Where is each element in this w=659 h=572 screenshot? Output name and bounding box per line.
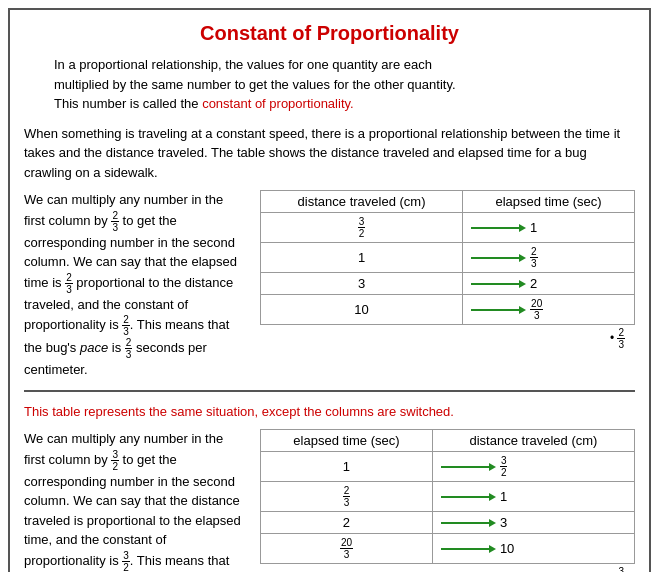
table2-r1c2: 32 bbox=[432, 452, 634, 482]
main-page: Constant of Proportionality In a proport… bbox=[8, 8, 651, 572]
table2-col1-header: elapsed time (sec) bbox=[261, 430, 433, 452]
table2-r2c2: 1 bbox=[432, 482, 634, 512]
table2-multiplier: • 32 bbox=[260, 566, 635, 572]
table1: distance traveled (cm) elapsed time (sec… bbox=[260, 190, 635, 325]
table2-r1c1: 1 bbox=[261, 452, 433, 482]
table1-col1-header: distance traveled (cm) bbox=[261, 191, 463, 213]
svg-marker-9 bbox=[489, 463, 496, 471]
svg-marker-3 bbox=[519, 254, 526, 262]
table2-r3c1: 2 bbox=[261, 512, 433, 534]
svg-marker-11 bbox=[489, 493, 496, 501]
table2-col2-header: distance traveled (cm) bbox=[432, 430, 634, 452]
table2: elapsed time (sec) distance traveled (cm… bbox=[260, 429, 635, 564]
table2-r3c2: 3 bbox=[432, 512, 634, 534]
table1-multiplier: • 23 bbox=[260, 327, 635, 350]
arrow-icon bbox=[471, 253, 526, 263]
section-top: We can multiply any number in the first … bbox=[24, 190, 635, 380]
table2-r4c1: 203 bbox=[261, 534, 433, 564]
table1-r2c1: 1 bbox=[261, 243, 463, 273]
table-row: 32 1 bbox=[261, 213, 635, 243]
table1-r1c1: 32 bbox=[261, 213, 463, 243]
frac-3-2-a: 32 bbox=[111, 449, 119, 472]
svg-marker-5 bbox=[519, 280, 526, 288]
frac-2-3-inline: 23 bbox=[111, 210, 119, 233]
table-row: 3 2 bbox=[261, 273, 635, 295]
table-row: 203 10 bbox=[261, 534, 635, 564]
arrow-icon bbox=[441, 462, 496, 472]
intro-line1: In a proportional relationship, the valu… bbox=[54, 55, 635, 75]
section2-intro: This table represents the same situation… bbox=[24, 402, 635, 422]
frac-3-2-b: 32 bbox=[122, 550, 130, 573]
frac-2-3-d: 23 bbox=[125, 337, 133, 360]
svg-marker-15 bbox=[489, 545, 496, 553]
body-text: When something is traveling at a constan… bbox=[24, 124, 635, 183]
page-title: Constant of Proportionality bbox=[24, 22, 635, 45]
table1-area: distance traveled (cm) elapsed time (sec… bbox=[260, 190, 635, 380]
left-text-bottom: We can multiply any number in the first … bbox=[24, 429, 244, 572]
frac-2-3-c: 23 bbox=[122, 314, 130, 337]
arrow-icon bbox=[471, 305, 526, 315]
arrow-icon bbox=[441, 518, 496, 528]
table1-r3c2: 2 bbox=[463, 273, 635, 295]
table-row: 10 203 bbox=[261, 295, 635, 325]
table-row: 23 1 bbox=[261, 482, 635, 512]
frac-2-3-b: 23 bbox=[65, 272, 73, 295]
intro-box: In a proportional relationship, the valu… bbox=[54, 55, 635, 114]
left-text-top: We can multiply any number in the first … bbox=[24, 190, 244, 380]
table-row: 1 23 bbox=[261, 243, 635, 273]
table1-r2c2: 23 bbox=[463, 243, 635, 273]
arrow-icon bbox=[471, 279, 526, 289]
table2-area: elapsed time (sec) distance traveled (cm… bbox=[260, 429, 635, 572]
table1-r4c2: 203 bbox=[463, 295, 635, 325]
section-bottom: We can multiply any number in the first … bbox=[24, 429, 635, 572]
svg-marker-7 bbox=[519, 306, 526, 314]
svg-marker-13 bbox=[489, 519, 496, 527]
intro-line3: This number is called the constant of pr… bbox=[54, 94, 635, 114]
svg-marker-1 bbox=[519, 224, 526, 232]
table2-r4c2: 10 bbox=[432, 534, 634, 564]
section-divider bbox=[24, 390, 635, 392]
second-section: This table represents the same situation… bbox=[24, 402, 635, 573]
table2-r2c1: 23 bbox=[261, 482, 433, 512]
arrow-icon bbox=[471, 223, 526, 233]
table1-r4c1: 10 bbox=[261, 295, 463, 325]
table1-r1c2: 1 bbox=[463, 213, 635, 243]
intro-line2: multiplied by the same number to get the… bbox=[54, 75, 635, 95]
table-row: 2 3 bbox=[261, 512, 635, 534]
table-row: 1 32 bbox=[261, 452, 635, 482]
table1-r3c1: 3 bbox=[261, 273, 463, 295]
arrow-icon bbox=[441, 492, 496, 502]
arrow-icon bbox=[441, 544, 496, 554]
table1-col2-header: elapsed time (sec) bbox=[463, 191, 635, 213]
